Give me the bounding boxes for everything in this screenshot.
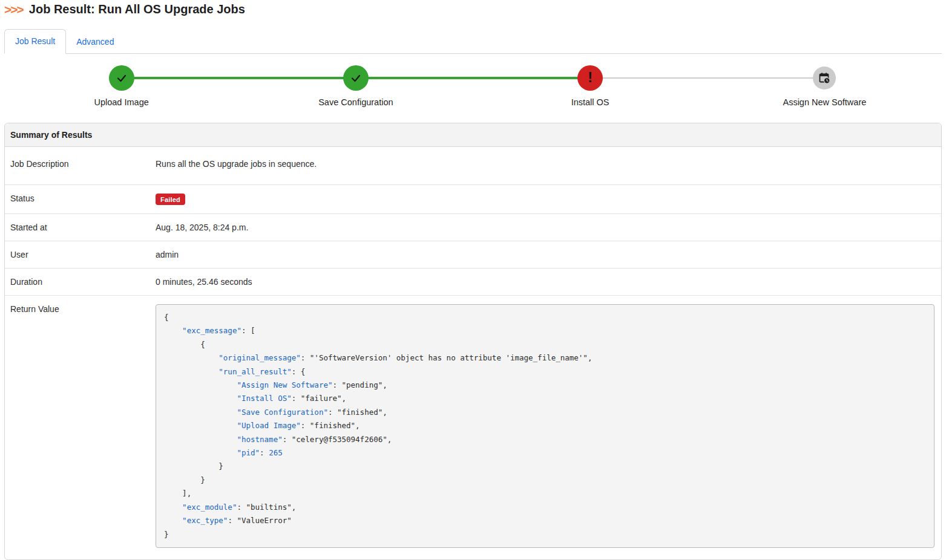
summary-row-status: StatusFailed — [5, 185, 941, 214]
exclamation-icon: ! — [588, 71, 593, 86]
step-circle-slot — [343, 65, 369, 91]
status-badge: Failed — [156, 194, 185, 205]
page-header: >>> Job Result: Run All OS Upgrade Jobs — [4, 1, 942, 16]
step-assign-new-software: Assign New Software — [708, 65, 942, 107]
step-circle-slot — [813, 65, 836, 91]
step-status-circle-success — [343, 65, 369, 91]
step-label: Install OS — [571, 97, 609, 107]
tab-job-result[interactable]: Job Result — [4, 29, 66, 54]
panel-title: Summary of Results — [5, 123, 941, 147]
step-save-configuration: Save Configuration — [238, 65, 473, 107]
summary-row-started-at: Started atAug. 18, 2025, 8:24 p.m. — [5, 214, 941, 241]
summary-row-user: Useradmin — [5, 241, 941, 269]
row-label: Job Description — [5, 147, 150, 185]
summary-row-duration: Duration0 minutes, 25.46 seconds — [5, 269, 941, 296]
check-icon — [116, 72, 128, 84]
chevrons-right-icon: >>> — [4, 3, 23, 16]
row-label: User — [5, 241, 150, 269]
return-value-json: { "exc_message": [ { "original_message":… — [156, 304, 935, 548]
step-upload-image: Upload Image — [4, 65, 238, 107]
step-install-os: !Install OS — [473, 65, 708, 107]
step-label: Assign New Software — [783, 97, 866, 107]
tab-advanced[interactable]: Advanced — [66, 30, 124, 54]
step-status-circle-failed: ! — [577, 65, 603, 91]
check-icon — [350, 72, 362, 84]
row-value: 0 minutes, 25.46 seconds — [150, 269, 941, 296]
step-status-circle-pending — [813, 67, 836, 90]
calendar-clock-icon — [818, 72, 830, 84]
tab-bar: Job Result Advanced — [4, 29, 942, 54]
step-circle-slot — [109, 65, 134, 91]
page-title: Job Result: Run All OS Upgrade Jobs — [29, 2, 245, 16]
summary-panel: Summary of Results Job DescriptionRuns a… — [4, 123, 942, 560]
row-value: Aug. 18, 2025, 8:24 p.m. — [150, 214, 941, 241]
row-value: admin — [150, 241, 941, 269]
row-value: { "exc_message": [ { "original_message":… — [150, 296, 941, 559]
page: >>> Job Result: Run All OS Upgrade Jobs … — [0, 0, 946, 560]
stepper-steps: Upload ImageSave Configuration!Install O… — [4, 65, 942, 107]
step-label: Upload Image — [94, 97, 148, 107]
row-value: Failed — [150, 185, 941, 214]
step-label: Save Configuration — [318, 97, 393, 107]
step-circle-slot: ! — [577, 65, 603, 91]
row-label: Started at — [5, 214, 150, 241]
summary-row-return-value: Return Value{ "exc_message": [ { "origin… — [5, 296, 941, 559]
row-label: Duration — [5, 269, 150, 296]
summary-table: Job DescriptionRuns all the OS upgrade j… — [5, 147, 941, 559]
row-value: Runs all the OS upgrade jobs in sequence… — [150, 147, 941, 185]
job-stepper: Upload ImageSave Configuration!Install O… — [4, 54, 942, 107]
step-status-circle-success — [109, 65, 134, 91]
summary-row-job-description: Job DescriptionRuns all the OS upgrade j… — [5, 147, 941, 185]
row-label: Return Value — [5, 296, 150, 559]
row-label: Status — [5, 185, 150, 214]
